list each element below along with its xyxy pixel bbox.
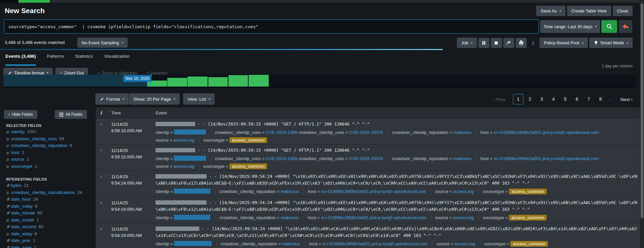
event-field-name[interactable]: clientip <box>156 215 169 220</box>
event-field-name[interactable]: host <box>308 215 316 220</box>
field-name-link[interactable]: sourcetype <box>11 164 33 169</box>
event-field-name[interactable]: host <box>480 156 489 161</box>
event-field-value[interactable]: si-i-01989bc3656c0a501.prd-p-tumj0.splun… <box>493 130 599 135</box>
timeline-bar[interactable] <box>208 77 228 87</box>
view-mode-button[interactable]: View: List ▾ <box>183 93 215 105</box>
field-name-link[interactable]: clientip <box>11 129 25 134</box>
field-source[interactable]: asource1 <box>6 156 72 163</box>
close-button[interactable]: Close <box>613 6 633 16</box>
field-name-link[interactable]: crowdsec_clientip_reputation <box>11 143 68 148</box>
event-field-name[interactable]: clientip <box>156 189 169 194</box>
tab-events-3-486-[interactable]: Events (3,486) <box>5 54 36 66</box>
save-as-button[interactable]: Save As ▾ <box>536 6 565 16</box>
tab-visualization[interactable]: Visualization <box>104 54 130 66</box>
create-table-view-button[interactable]: Create Table View <box>567 6 611 16</box>
event-field-name[interactable]: sourcetype <box>484 241 506 246</box>
event-field-value[interactable]: CVE-2023-1389 <box>266 156 297 161</box>
field-name-link[interactable]: crowdsec_clientip_cves <box>11 136 57 141</box>
expand-event-icon[interactable]: › <box>100 200 102 205</box>
pagination-page-2[interactable]: 2 <box>525 94 535 104</box>
share-job-button[interactable] <box>503 38 514 48</box>
redacted-field-value[interactable] <box>174 241 212 246</box>
field-date_wday[interactable]: adate_wday6 <box>6 231 82 238</box>
pool-selector-button[interactable]: Policy-Based Pool ▾ <box>540 38 588 48</box>
event-field-value[interactable]: access.log <box>174 138 194 143</box>
event-field-value-badge[interactable]: access_common <box>229 137 267 143</box>
event-field-name[interactable]: sourcetype <box>483 189 504 194</box>
field-name-link[interactable]: source <box>11 157 24 162</box>
event-field-name[interactable]: source <box>156 164 169 169</box>
print-button[interactable] <box>516 38 527 48</box>
field-name-link[interactable]: date_second <box>11 224 36 229</box>
field-name-link[interactable]: date_mday <box>11 204 33 209</box>
event-field-value-badge[interactable]: access_common <box>509 189 547 194</box>
event-field-value[interactable]: si-i-01989bc3656c0a501.prd-p-tumj0.splun… <box>321 215 426 220</box>
pagination-page-6[interactable]: 6 <box>572 94 582 104</box>
job-menu-button[interactable]: Job ▾ <box>457 38 477 48</box>
event-field-name[interactable]: source <box>436 241 449 246</box>
event-field-value-badge[interactable]: access_common <box>229 163 267 169</box>
event-field-name[interactable]: crowdsec_clientip_reputation <box>219 215 276 220</box>
event-field-name[interactable]: source <box>435 215 448 220</box>
search-input[interactable]: sourcetype="access_common" | cssmoke ipf… <box>4 19 539 34</box>
field-name-link[interactable]: date_wday <box>11 231 32 236</box>
field-name-link[interactable]: date_minute <box>11 210 35 215</box>
export-button[interactable] <box>528 38 538 48</box>
run-search-button[interactable] <box>601 20 617 33</box>
field-name-link[interactable]: crowdsec_clientip_classifications <box>11 190 75 195</box>
event-field-value[interactable]: malicious <box>453 156 471 161</box>
field-date_minute[interactable]: #date_minute60 <box>6 210 82 217</box>
field-name-link[interactable]: host <box>11 150 19 155</box>
timeline-bar[interactable] <box>167 78 187 87</box>
scrollbar-thumb[interactable] <box>641 3 643 218</box>
expand-event-icon[interactable]: › <box>100 173 102 179</box>
per-page-button[interactable]: Show: 20 Per Page ▾ <box>129 93 180 105</box>
all-fields-button[interactable]: All Fields <box>55 110 87 119</box>
stop-job-button[interactable] <box>491 38 502 48</box>
pause-job-button[interactable] <box>478 38 489 48</box>
pagination-page-1[interactable]: 1 <box>513 94 523 104</box>
event-field-name[interactable]: clientip <box>156 241 169 246</box>
expand-event-icon[interactable]: › <box>100 147 102 153</box>
event-field-value[interactable]: access.log <box>455 241 475 246</box>
event-field-value[interactable]: malicious <box>281 189 299 194</box>
event-field-value[interactable]: access.log <box>453 189 474 194</box>
field-date_second[interactable]: #date_second60 <box>6 224 82 231</box>
field-bytes[interactable]: #bytes21 <box>6 182 82 189</box>
hide-fields-button[interactable]: ‹ Hide Fields <box>4 110 37 119</box>
event-field-value[interactable]: malicious <box>453 130 471 135</box>
field-name-link[interactable]: date_year <box>11 238 31 243</box>
pagination-page-5[interactable]: 5 <box>560 94 570 104</box>
field-date_year[interactable]: #date_year1 <box>6 237 82 244</box>
field-date_zone[interactable]: #date_zone1 <box>6 244 82 248</box>
field-host[interactable]: ahost1 <box>6 149 72 156</box>
event-field-name[interactable]: crowdsec_clientip_reputation <box>219 189 276 194</box>
search-mode-button[interactable]: Smart Mode ▾ <box>589 38 633 48</box>
event-field-name[interactable]: sourcetype <box>483 215 504 220</box>
timeline-bar[interactable] <box>147 82 151 87</box>
field-name-link[interactable]: bytes <box>11 183 22 188</box>
event-field-name[interactable]: clientip <box>156 130 169 135</box>
field-crowdsec_clientip_reputation[interactable]: acrowdsec_clientip_reputation6 <box>6 142 72 149</box>
pagination-next[interactable]: Next › <box>620 97 633 102</box>
field-date_mday[interactable]: #date_mday6 <box>6 203 82 210</box>
event-field-name[interactable]: source <box>156 138 169 143</box>
field-crowdsec_clientip_cves[interactable]: acrowdsec_clientip_cves59 <box>6 136 72 143</box>
event-field-value-badge[interactable]: access_common <box>509 215 547 220</box>
field-date_month[interactable]: adate_month1 <box>6 217 82 224</box>
event-field-name[interactable]: crowdsec_clientip_reputation <box>392 130 448 135</box>
event-field-value[interactable]: CVE-2020-25078 <box>349 130 383 135</box>
event-field-name[interactable]: source <box>435 189 448 194</box>
format-button[interactable]: Format ▾ <box>95 93 129 105</box>
event-field-name[interactable]: crowdsec_clientip_cves <box>298 130 344 135</box>
redacted-field-value[interactable] <box>174 156 206 161</box>
redacted-field-value[interactable] <box>174 189 210 194</box>
event-field-value[interactable]: malicious <box>281 215 299 220</box>
event-field-name[interactable]: crowdsec_clientip_cves <box>215 130 261 135</box>
redacted-field-value[interactable] <box>174 130 206 135</box>
event-sampling-button[interactable]: No Event Sampling ▾ <box>77 38 128 48</box>
event-field-name[interactable]: host <box>308 189 316 194</box>
field-name-link[interactable]: date_zone <box>11 245 32 248</box>
tab-patterns[interactable]: Patterns <box>47 54 64 66</box>
event-field-name[interactable]: crowdsec_clientip_cves <box>215 156 261 161</box>
